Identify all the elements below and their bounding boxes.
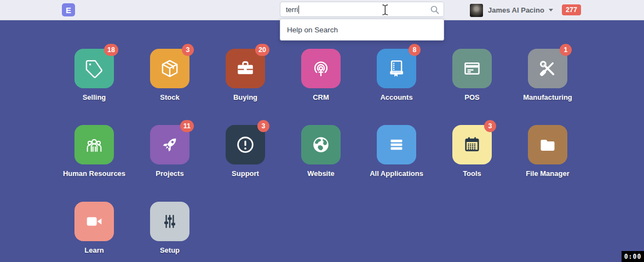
app-badge: 1: [560, 44, 572, 56]
app-row-3: Learn Setup: [56, 202, 208, 254]
search-icon: [430, 5, 440, 15]
app-projects[interactable]: 11 Projects: [132, 125, 208, 178]
app-label: CRM: [313, 93, 329, 101]
app-human-resources[interactable]: Human Resources: [56, 125, 132, 178]
app-tile: 18: [74, 49, 114, 88]
app-crm[interactable]: CRM: [283, 49, 359, 101]
notification-count-badge[interactable]: 277: [562, 4, 581, 15]
app-badge: 3: [484, 120, 496, 132]
ledger-book-icon: [386, 58, 407, 79]
video-camera-icon: [84, 211, 105, 232]
app-row-1: 18 Selling 3 Stock: [56, 49, 585, 101]
app-setup[interactable]: Setup: [132, 202, 208, 254]
app-all-applications[interactable]: All Applications: [359, 125, 434, 178]
app-tile: [74, 202, 114, 241]
app-tile: 1: [528, 49, 567, 88]
folder-icon: [537, 134, 558, 155]
tag-icon: [84, 58, 105, 79]
app-label: Manufacturing: [523, 93, 572, 101]
app-label: Buying: [233, 93, 257, 101]
rocket-icon: [159, 134, 180, 155]
app-label: All Applications: [370, 169, 423, 178]
sliders-icon: [159, 211, 180, 232]
app-tools[interactable]: 3 Tools: [434, 125, 510, 178]
app-label: Human Resources: [63, 169, 125, 178]
app-support[interactable]: 3 Support: [208, 125, 283, 178]
pos-terminal-icon: [462, 58, 482, 79]
app-label: Learn: [84, 246, 104, 254]
app-label: Website: [307, 169, 335, 178]
app-website[interactable]: Website: [283, 125, 359, 178]
search-suggestion-dropdown[interactable]: Help on Search: [280, 19, 444, 41]
app-tile: [452, 49, 492, 88]
desktop: 18 Selling 3 Stock: [0, 20, 644, 262]
text-caret: [298, 5, 299, 14]
app-tile: [528, 125, 567, 164]
app-badge: 18: [104, 44, 118, 56]
user-menu[interactable]: James Al Pacino: [470, 0, 553, 20]
app-file-manager[interactable]: File Manager: [510, 125, 585, 178]
app-label: Selling: [83, 93, 106, 101]
app-screen: E terri Help on Search James Al Pacino 2…: [0, 0, 644, 262]
app-label: POS: [464, 93, 479, 101]
search-input[interactable]: terri: [280, 2, 444, 17]
app-label: File Manager: [526, 169, 569, 178]
globe-icon: [311, 134, 331, 155]
app-tile: [74, 125, 114, 164]
search-suggestion-label: Help on Search: [287, 26, 338, 34]
calendar-icon: [462, 134, 482, 155]
app-tile: 8: [377, 49, 416, 88]
app-selling[interactable]: 18 Selling: [56, 49, 132, 101]
chevron-down-icon: [549, 9, 553, 12]
search-value: terri: [286, 5, 298, 14]
app-badge: 20: [255, 44, 269, 56]
app-buying[interactable]: 20 Buying: [208, 49, 283, 101]
recording-timer: 0:00: [622, 251, 644, 262]
user-avatar: [470, 4, 483, 17]
app-tile: 20: [226, 49, 265, 88]
app-row-2: Human Resources 11 Project: [56, 125, 585, 178]
app-label: Setup: [160, 246, 180, 254]
app-tile: 3: [452, 125, 492, 164]
app-badge: 8: [409, 44, 421, 56]
app-badge: 11: [180, 120, 194, 132]
briefcase-icon: [235, 58, 256, 79]
navbar: E terri Help on Search James Al Pacino 2…: [0, 0, 644, 20]
app-tile: 11: [150, 125, 189, 164]
app-label: Support: [232, 169, 259, 178]
app-badge: 3: [182, 44, 194, 56]
user-name: James Al Pacino: [488, 6, 544, 14]
app-tile: 3: [226, 125, 265, 164]
app-manufacturing[interactable]: 1 Manufacturing: [510, 49, 585, 101]
app-learn[interactable]: Learn: [56, 202, 132, 254]
ibeam-cursor: [382, 4, 389, 16]
app-label: Stock: [160, 93, 179, 101]
app-tile: [377, 125, 416, 164]
app-tile: [301, 49, 341, 88]
app-tile: [301, 125, 341, 164]
app-label: Projects: [156, 169, 183, 178]
app-label: Accounts: [380, 93, 412, 101]
box-icon: [159, 58, 180, 79]
people-icon: [84, 134, 105, 155]
app-tile: 3: [150, 49, 189, 88]
home-logo[interactable]: E: [62, 3, 75, 16]
exclamation-circle-icon: [235, 134, 256, 155]
app-accounts[interactable]: 8 Accounts: [359, 49, 434, 101]
app-label: Tools: [463, 169, 481, 178]
broadcast-person-icon: [311, 58, 331, 79]
app-tile: [150, 202, 189, 241]
menu-icon: [386, 134, 407, 155]
app-stock[interactable]: 3 Stock: [132, 49, 208, 101]
tools-crossed-icon: [537, 58, 558, 79]
app-badge: 3: [257, 120, 269, 132]
app-pos[interactable]: POS: [434, 49, 510, 101]
